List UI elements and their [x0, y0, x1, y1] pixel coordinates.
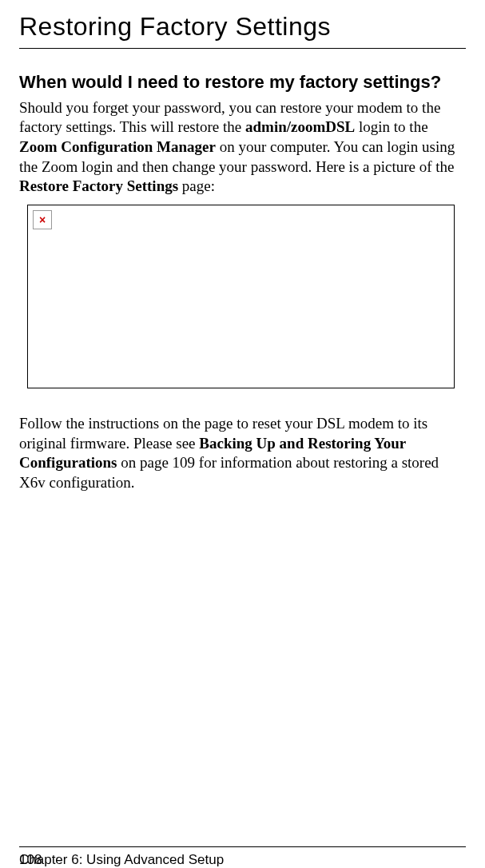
chapter-label: Chapter 6: Using Advanced Setup	[19, 852, 224, 868]
text: page:	[178, 177, 215, 194]
paragraph-2: Follow the instructions on the page to r…	[19, 414, 466, 493]
screenshot-placeholder: ×	[27, 205, 455, 388]
page-title: Restoring Factory Settings	[19, 12, 466, 49]
bold-text: admin/zoomDSL	[245, 118, 355, 135]
paragraph-1: Should you forget your password, you can…	[19, 98, 466, 197]
bold-text: Restore Factory Settings	[19, 177, 178, 194]
section-heading: When would I need to restore my factory …	[19, 71, 466, 94]
broken-image-icon: ×	[33, 210, 52, 229]
page-footer: 108 Chapter 6: Using Advanced Setup	[19, 846, 466, 852]
text: login to the	[355, 118, 427, 135]
bold-text: Zoom Configuration Manager	[19, 138, 216, 155]
